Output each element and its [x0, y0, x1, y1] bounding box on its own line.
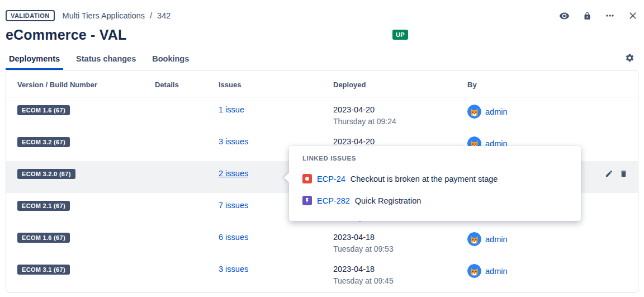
- deployed-cell: 2023-04-18 Tuesday at 09:53: [333, 232, 467, 254]
- column-header-deployed: Deployed: [333, 70, 467, 97]
- issue-summary: Checkout is broken at the payment stage: [351, 175, 498, 183]
- row-actions: [590, 136, 638, 138]
- by-cell: admin: [467, 264, 590, 278]
- issues-cell: 3 issues: [219, 264, 333, 274]
- row-actions: [590, 232, 638, 233]
- user-link[interactable]: admin: [485, 235, 508, 244]
- column-header-version: Version / Build Number: [6, 70, 155, 97]
- deployed-date-relative: Thursday at 09:24: [333, 116, 467, 126]
- issues-link[interactable]: 3 issues: [219, 137, 248, 146]
- deployment-panel: VALIDATION Multi Tiers Applications / 34…: [0, 0, 644, 297]
- breadcrumb-app[interactable]: Multi Tiers Applications: [63, 11, 145, 20]
- deployed-date: 2023-04-20: [333, 136, 467, 147]
- issues-link[interactable]: 6 issues: [219, 233, 248, 242]
- version-cell: ECOM 1.6 (67): [6, 105, 155, 115]
- user-avatar[interactable]: [467, 105, 481, 119]
- breadcrumb-separator: /: [150, 11, 152, 20]
- issue-key-link[interactable]: ECP-24: [317, 175, 345, 183]
- deployed-cell: 2023-04-18 Tuesday at 09:45: [333, 264, 467, 286]
- delete-trash-icon[interactable]: [619, 169, 628, 180]
- issue-type-bug-icon: [302, 174, 312, 183]
- version-badge: ECOM 1.6 (67): [17, 233, 70, 243]
- version-badge: ECOM 3.1 (67): [17, 265, 70, 275]
- lock-icon[interactable]: [581, 10, 593, 21]
- version-cell: ECOM 1.6 (67): [6, 232, 155, 243]
- deployed-date-relative: Tuesday at 09:53: [333, 244, 467, 254]
- by-cell: admin: [467, 105, 590, 119]
- issues-link[interactable]: 7 issues: [219, 201, 248, 210]
- issues-link[interactable]: 2 issues: [219, 169, 248, 178]
- user-avatar[interactable]: [467, 264, 481, 278]
- issue-type-bolt-icon: [302, 196, 312, 205]
- by-cell: admin: [467, 232, 590, 246]
- breadcrumb-id[interactable]: 342: [157, 11, 171, 20]
- row-actions: [590, 264, 638, 265]
- issues-cell: 6 issues: [219, 232, 333, 242]
- issue-summary: Quick Registration: [355, 196, 421, 205]
- linked-issue-item: ECP-24 Checkout is broken at the payment…: [302, 174, 567, 183]
- deployed-cell: 2023-04-20 Thursday at 09:24: [333, 105, 467, 126]
- deployed-date-relative: Tuesday at 09:45: [333, 276, 467, 286]
- column-header-issues: Issues: [219, 70, 333, 97]
- table-row: ECOM 1.6 (67) 6 issues 2023-04-18 Tuesda…: [6, 225, 638, 257]
- issues-link[interactable]: 1 issue: [219, 105, 244, 114]
- user-link[interactable]: admin: [485, 107, 508, 116]
- issues-cell: 1 issue: [219, 105, 333, 115]
- user-avatar[interactable]: [467, 232, 481, 246]
- row-actions: [590, 105, 638, 106]
- popup-issue-list: ECP-24 Checkout is broken at the payment…: [302, 174, 567, 205]
- table-row: ECOM 3.1 (67) 3 issues 2023-04-18 Tuesda…: [6, 257, 638, 289]
- tab-bookings[interactable]: Bookings: [149, 54, 192, 70]
- row-actions: [590, 168, 638, 180]
- environment-badge: VALIDATION: [6, 10, 55, 21]
- more-options-icon[interactable]: [604, 10, 615, 21]
- column-header-by: By: [467, 70, 590, 97]
- linked-issue-item: ECP-282 Quick Registration: [302, 196, 567, 205]
- window-controls: [558, 10, 638, 21]
- issue-key-link[interactable]: ECP-282: [317, 196, 350, 205]
- tabs: Deployments Status changes Bookings: [6, 53, 638, 70]
- top-bar: VALIDATION Multi Tiers Applications / 34…: [6, 0, 638, 22]
- close-icon[interactable]: [627, 10, 638, 21]
- version-badge: ECOM 1.6 (67): [17, 105, 70, 115]
- version-badge: ECOM 3.2 (67): [17, 137, 70, 147]
- deployed-date: 2023-04-18: [333, 264, 467, 274]
- issues-link[interactable]: 3 issues: [219, 265, 248, 274]
- version-cell: ECOM 3.2.0 (67): [6, 168, 155, 179]
- status-badge: UP: [392, 30, 408, 40]
- tab-status-changes[interactable]: Status changes: [73, 54, 139, 70]
- deployed-date: 2023-04-20: [333, 105, 467, 115]
- column-header-details: Details: [155, 70, 219, 97]
- user-link[interactable]: admin: [485, 267, 508, 276]
- page-title: eCommerce - VAL: [6, 27, 127, 43]
- edit-pencil-icon[interactable]: [605, 169, 613, 180]
- version-badge: ECOM 3.2.0 (67): [17, 169, 75, 179]
- linked-issues-popup: LINKED ISSUES ECP-24 Checkout is broken …: [289, 146, 581, 221]
- breadcrumb: Multi Tiers Applications / 342: [63, 11, 171, 20]
- column-header-actions: [590, 70, 638, 88]
- tab-deployments[interactable]: Deployments: [6, 54, 63, 70]
- table-row: ECOM 1.6 (67) 1 issue 2023-04-20 Thursda…: [6, 97, 638, 129]
- version-cell: ECOM 2.1 (67): [6, 200, 155, 211]
- table-header: Version / Build Number Details Issues De…: [6, 70, 638, 97]
- issues-cell: 3 issues: [219, 136, 333, 147]
- row-actions: [590, 200, 638, 201]
- deployed-date: 2023-04-18: [333, 232, 467, 242]
- version-badge: ECOM 2.1 (67): [17, 201, 70, 211]
- popup-title: LINKED ISSUES: [302, 155, 567, 162]
- version-cell: ECOM 3.1 (67): [6, 264, 155, 275]
- settings-gear-icon[interactable]: [625, 53, 634, 65]
- version-cell: ECOM 3.2 (67): [6, 136, 155, 147]
- watch-eye-icon[interactable]: [558, 10, 570, 21]
- title-row: eCommerce - VAL UP: [6, 27, 638, 47]
